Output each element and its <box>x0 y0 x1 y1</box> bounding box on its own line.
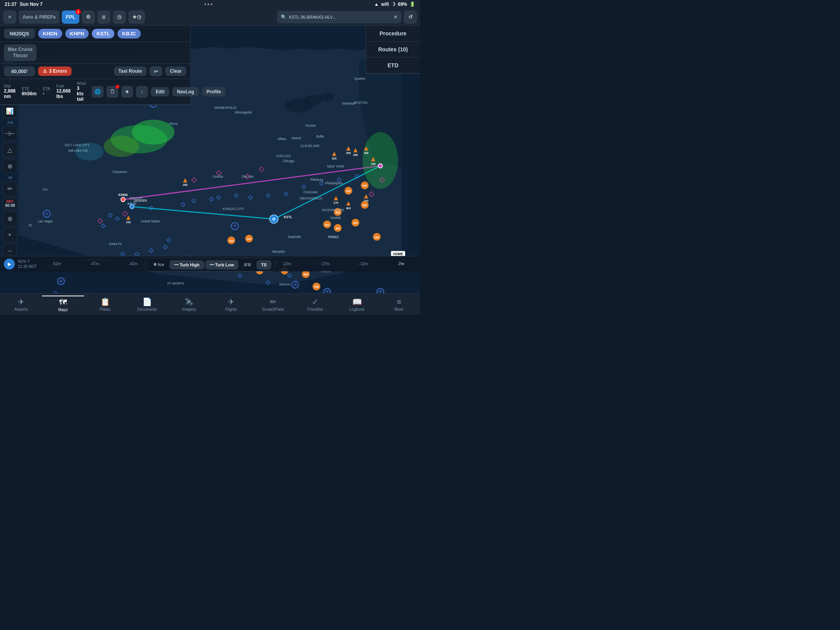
checklist-icon: ✓ <box>312 297 318 306</box>
turb-low-filter[interactable]: 〰 Turb Low <box>205 260 239 270</box>
refresh-button[interactable]: ↺ <box>404 10 417 24</box>
svg-point-3 <box>320 93 334 101</box>
star-clock-button[interactable]: ★◷ <box>128 10 145 24</box>
search-bar[interactable]: 🔍 KSTL 06.BRAKK5.HLV... ✕ <box>277 11 401 23</box>
fuel-stat: Fuel 12,668 lbs <box>56 84 71 99</box>
flights-tab[interactable]: ✈ Flights <box>210 296 252 313</box>
timeline-play-button[interactable]: ▶ <box>4 259 15 270</box>
signal-icon: ▲ <box>374 2 379 7</box>
ice-filter[interactable]: ❄ Ice <box>149 260 168 270</box>
documents-tab[interactable]: 📄 Documents <box>126 296 168 313</box>
scratchpads-tab[interactable]: ✏ ScratchPads <box>252 296 294 313</box>
refresh-icon: ↺ <box>408 14 413 20</box>
status-date: Sun Nov 7 <box>20 2 43 7</box>
routes-button[interactable]: Routes (10) <box>366 42 420 58</box>
plates-tab[interactable]: 📋 Plates <box>84 296 126 313</box>
airport-chip-kstl[interactable]: KSTL <box>92 29 114 38</box>
svg-text:CLM: CLM <box>329 235 336 239</box>
right-panel: Procedure Routes (10) ETD <box>366 26 420 74</box>
thrust-text: Max CruiseThrust <box>8 47 33 58</box>
shield-icon: ⊗ <box>7 163 12 170</box>
flights-icon: ✈ <box>228 297 234 306</box>
errors-button[interactable]: ⚠ 3 Errors <box>38 66 72 76</box>
svg-text:Cheyenne: Cheyenne <box>112 170 127 174</box>
airport-chip-khdn[interactable]: KHDN <box>38 29 62 38</box>
aero-pireps-button[interactable]: Aero & PIREPs <box>19 10 60 24</box>
svg-text:KHDN: KHDN <box>119 193 128 197</box>
taxi-route-button[interactable]: Taxi Route <box>114 66 147 76</box>
profile-button[interactable]: Profile <box>202 87 226 96</box>
pencil-btn[interactable]: ✏ <box>2 181 17 196</box>
clock-button[interactable]: ◷ <box>113 10 126 24</box>
settings-icon: ⚙ <box>86 14 91 20</box>
settings-button[interactable]: ⚙ <box>82 10 95 24</box>
svg-text:360: 360 <box>335 227 340 230</box>
navlog-button[interactable]: NavLog <box>172 87 199 96</box>
svg-text:400: 400 <box>346 206 351 210</box>
connect-btn[interactable]: ⊕ <box>2 211 17 226</box>
thrust-row: Max CruiseThrust <box>0 42 190 64</box>
route-icon: ⊣⊢ <box>4 130 15 137</box>
zoom-in-btn[interactable]: + <box>2 228 17 242</box>
scratchpads-label: ScratchPads <box>262 307 284 312</box>
svg-text:Minneapolis: Minneapolis <box>235 111 252 114</box>
fpl-button[interactable]: FPL 1 <box>62 10 79 24</box>
ete-label: ETE <box>22 87 37 91</box>
imagery-icon: 🛰 <box>185 298 193 306</box>
svg-text:Toronto: Toronto <box>305 124 316 128</box>
thrust-label[interactable]: Max CruiseThrust <box>4 44 37 61</box>
elevation-icon: △ <box>7 146 12 154</box>
svg-text:Buffa: Buffa <box>317 135 324 138</box>
eta-label: ETA <box>43 87 50 91</box>
rec-section: REC 00:00 <box>2 198 18 210</box>
globe-icon-btn[interactable]: 🌐 <box>92 86 103 98</box>
mark-2: -47m <box>91 262 100 266</box>
ete-value: 6h56m <box>22 91 37 96</box>
mark-8: -17m <box>320 262 329 266</box>
mark-3: -42m <box>129 262 138 266</box>
status-right: ▲ wifi ☽ 69% 🔋 <box>374 2 415 7</box>
airport-chip-kbjc[interactable]: KBJC <box>117 29 140 38</box>
share-icon-btn[interactable]: ↑ <box>136 86 148 98</box>
tail-number[interactable]: N620QS <box>4 29 35 38</box>
turb-high-filter[interactable]: 〰 Turb High <box>170 260 204 270</box>
svg-text:360: 360 <box>362 203 367 207</box>
elevation-btn[interactable]: △ <box>2 142 17 157</box>
route-btn[interactable]: ⊣⊢ <box>2 126 17 141</box>
star-icon-btn[interactable]: ★ <box>121 86 133 98</box>
svg-text:Pittsburg: Pittsburg <box>310 178 323 182</box>
filter-button[interactable]: ⫼ <box>97 10 110 24</box>
shield-btn[interactable]: ⊗ <box>2 159 17 173</box>
chart-btn[interactable]: 📊 <box>2 103 17 118</box>
airports-tab[interactable]: ✈ Airports <box>0 296 42 313</box>
imagery-label: Imagery <box>182 307 196 312</box>
layers-button[interactable]: ≡ <box>3 10 16 24</box>
notification-icon-btn[interactable]: 🗒 1 <box>107 86 118 98</box>
airport-chip-khpn[interactable]: KHPN <box>65 29 89 38</box>
maps-tab[interactable]: 🗺 Maps <box>42 296 84 313</box>
logbook-tab[interactable]: 📖 Logbook <box>336 296 378 313</box>
ifr-filter[interactable]: IFR <box>240 260 256 270</box>
svg-point-86 <box>378 164 383 168</box>
clear-button[interactable]: Clear <box>165 66 186 76</box>
svg-text:WASHINGTON: WASHINGTON <box>322 208 344 212</box>
ts-filter[interactable]: TS <box>256 260 271 270</box>
procedure-button[interactable]: Procedure <box>366 26 420 42</box>
filter-icon: ⫼ <box>101 14 106 20</box>
checklist-tab[interactable]: ✓ Checklist <box>294 296 336 313</box>
svg-text:Detroit: Detroit <box>292 136 301 140</box>
plates-label: Plates <box>100 307 110 312</box>
altitude-badge[interactable]: 40,000' <box>4 66 35 76</box>
svg-text:BOSTON: BOSTON <box>354 101 368 105</box>
fpl-badge: 1 <box>75 9 81 14</box>
edit-button[interactable]: Edit <box>151 87 169 96</box>
swap-button[interactable]: ⇌ <box>150 66 162 76</box>
etd-button[interactable]: ETD <box>366 58 420 74</box>
svg-text:270: 270 <box>334 201 338 205</box>
airports-icon: ✈ <box>18 297 24 306</box>
imagery-tab[interactable]: 🛰 Imagery <box>168 296 210 313</box>
wifi-icon: wifi <box>381 2 389 7</box>
connect-icon: ⊕ <box>7 215 12 222</box>
clear-search-icon[interactable]: ✕ <box>394 14 397 20</box>
more-tab[interactable]: ≡ More <box>378 296 420 313</box>
